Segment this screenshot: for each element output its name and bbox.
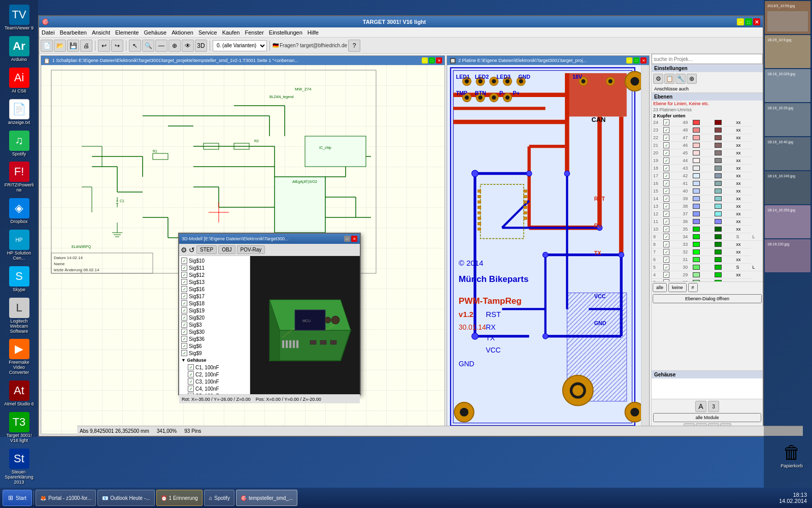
layer-cb-22[interactable] [663, 135, 669, 141]
sidebar-icon-arduino[interactable]: Ar Arduino [3, 34, 36, 65]
tree-check-sig17[interactable] [181, 293, 187, 299]
tree-check-sig12[interactable] [181, 272, 187, 278]
sch-maximize[interactable]: □ [429, 57, 435, 64]
layer-row-16[interactable]: 16 41 xx [652, 180, 763, 187]
recycle-bin[interactable]: 🗑 Papierkorb [774, 442, 809, 478]
pcb-scrollbar-vertical[interactable] [641, 65, 649, 434]
sidebar-icon-hp[interactable]: HP HP Solution Cen... [3, 228, 36, 263]
btn-alle[interactable]: alle [653, 283, 667, 292]
layer-cb-4[interactable] [663, 272, 669, 278]
variant-select[interactable]: 0. (alle Varianten) [213, 40, 267, 51]
layer-row-20[interactable]: 20 45 xx [652, 149, 763, 157]
sidebar-icon-steuer[interactable]: St Steuer-Sparerklärung 2013 [3, 447, 36, 487]
dialog-3d-viewport[interactable]: MCU [250, 256, 360, 394]
layer-cb-18[interactable] [663, 165, 669, 171]
taskbar-item-spotify[interactable]: ♫ Spotify [204, 490, 234, 506]
thumb-1[interactable]: 2013/3_10:59.jpg [765, 1, 810, 34]
tree-item-sig20[interactable]: Sig$20 [180, 314, 249, 321]
props-btn-3[interactable]: 3 [708, 401, 719, 412]
menu-fenster[interactable]: Fenster [245, 29, 264, 36]
pcb-maximize[interactable]: □ [633, 57, 639, 64]
layer-row-23[interactable]: 23 48 xx [652, 126, 763, 134]
menu-hilfe[interactable]: Hilfe [308, 29, 319, 36]
layer-cb-8[interactable] [663, 241, 669, 247]
layer-cb-20[interactable] [663, 150, 669, 156]
tree-check-sig3[interactable] [181, 322, 187, 328]
layer-cb-6[interactable] [663, 257, 669, 263]
tree-check-c3[interactable] [188, 378, 194, 385]
toolbar-new[interactable]: 📄 [41, 40, 53, 52]
target-maximize-btn[interactable]: □ [745, 18, 752, 25]
toolbar-help[interactable]: ? [348, 40, 360, 52]
btn-keine[interactable]: keine [668, 283, 687, 292]
tree-item-sig11[interactable]: Sig$11 [180, 264, 249, 271]
tree-item-sig16[interactable]: Sig$16 [180, 285, 249, 293]
tree-item-sig10[interactable]: Sig$10 [180, 257, 249, 264]
toolbar-undo[interactable]: ↩ [98, 40, 110, 52]
menu-service[interactable]: Service [198, 29, 217, 36]
einst-btn3[interactable]: 🔧 [675, 74, 686, 84]
layer-cb-21[interactable] [663, 142, 669, 148]
btn-ebenen-dialog[interactable]: Ebenen-Dialog öffnen [653, 294, 762, 303]
layer-cb-11[interactable] [663, 218, 669, 225]
layer-cb-14[interactable] [663, 196, 669, 202]
sidebar-icon-target[interactable]: T3 Target 3001! V16 light [3, 410, 36, 446]
toolbar-select[interactable]: ↖ [129, 40, 141, 52]
layer-cb-7[interactable] [663, 249, 669, 255]
tree-item-sig9[interactable]: Sig$9 [180, 350, 249, 357]
tree-item-sig17[interactable]: Sig$17 [180, 293, 249, 300]
layer-row-10[interactable]: 10 35 xx [652, 226, 763, 233]
menu-aktionen[interactable]: Aktionen [172, 29, 193, 36]
project-search[interactable] [652, 54, 763, 64]
tree-check-c4[interactable] [188, 386, 194, 392]
layer-cb-24[interactable] [663, 119, 669, 125]
layer-row-9[interactable]: 9 34 S L [652, 233, 763, 241]
layer-row-14[interactable]: 14 39 xx [652, 195, 763, 203]
layer-row-13[interactable]: 13 38 xx [652, 203, 763, 210]
tree-check-sig16[interactable] [181, 286, 187, 292]
tree-item-sig3[interactable]: Sig$3 [180, 321, 249, 328]
layer-cb-19[interactable] [663, 157, 669, 164]
sidebar-icon-fritz[interactable]: F! FRITZ!Powerline [3, 160, 36, 195]
tree-item-sig13[interactable]: Sig$13 [180, 278, 249, 285]
layer-cb-5[interactable] [663, 264, 669, 270]
target-minimize-btn[interactable]: ─ [737, 18, 744, 25]
thumb-7[interactable]: 1B:14_16:250.jpg [765, 205, 810, 238]
pcb-canvas[interactable]: LED1 LED2 LED3 GND 18V TMP BTN P- P+ RST [447, 65, 649, 434]
taskbar-item-reminder[interactable]: ⏰ 1 Erinnerung [156, 490, 202, 506]
thumb-5[interactable]: 1B:16_16:40.jpg [765, 137, 810, 170]
tree-check-sig30[interactable] [181, 329, 187, 335]
tree-item-c3[interactable]: C3, 100nF [180, 378, 249, 385]
sch-close[interactable]: ✕ [436, 57, 442, 64]
sidebar-icon-freemake[interactable]: ▶ Freemake Video Converter [3, 337, 36, 377]
menu-gehaeuse[interactable]: Gehäuse [144, 29, 166, 36]
sidebar-icon-anzeige[interactable]: 📄 anzeige.txt [3, 97, 36, 128]
tree-check-c5[interactable] [188, 393, 194, 394]
tree-check-sig6[interactable] [181, 343, 187, 349]
tree-item-c1[interactable]: C1, 100nF [180, 364, 249, 371]
layer-cb-12[interactable] [663, 211, 669, 217]
sidebar-icon-dropbox[interactable]: ◈ Dropbox [3, 196, 36, 227]
tree-check-sig18[interactable] [181, 300, 187, 306]
btn-alle-module[interactable]: alle Module [653, 413, 761, 422]
sidebar-icon-skype[interactable]: S Skype [3, 264, 36, 295]
layer-row-19[interactable]: 19 44 xx [652, 157, 763, 165]
toolbar-open[interactable]: 📂 [54, 40, 66, 52]
tree-item-sig19[interactable]: Sig$19 [180, 307, 249, 314]
toolbar-zoom[interactable]: 🔍 [142, 40, 154, 52]
pcb-minimize[interactable]: ─ [626, 57, 632, 64]
sidebar-icon-ai[interactable]: Ai AI CS6 [3, 66, 36, 96]
toolbar-redo[interactable]: ↪ [111, 40, 123, 52]
layer-row-22[interactable]: 22 47 xx [652, 134, 763, 142]
menu-datei[interactable]: Datei [42, 29, 55, 36]
thumb-6[interactable]: 1B:16_16:249.jpg [765, 171, 810, 204]
toolbar-email[interactable]: Fragen? target@bfhiedrich.de [280, 43, 347, 48]
layer-cb-9[interactable] [663, 234, 669, 240]
layer-cb-10[interactable] [663, 226, 669, 232]
tree-item-c2[interactable]: C2, 100nF [180, 371, 249, 378]
tree-check-sig36[interactable] [181, 336, 187, 342]
einst-btn2[interactable]: 📋 [664, 74, 674, 84]
tree-check-sig11[interactable] [181, 265, 187, 271]
tree-check-c1[interactable] [188, 364, 194, 370]
tree-item-c5[interactable]: C5, 100nF [180, 392, 249, 394]
